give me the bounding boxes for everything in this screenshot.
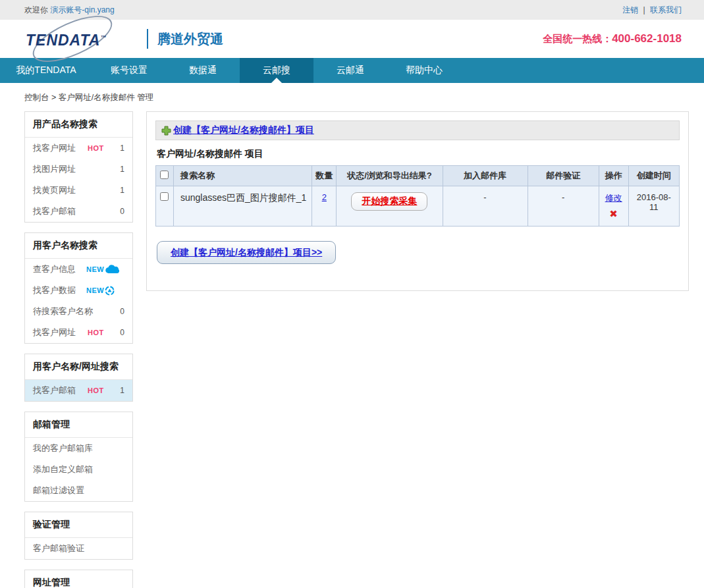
sidebar-item-find-customer-urls[interactable]: 找客户网址 HOT 1 (25, 138, 132, 159)
item-label: 添加自定义邮箱 (33, 464, 93, 475)
create-project-button[interactable]: 创建【客户网址/名称搜邮件】项目>> (157, 241, 336, 264)
edit-link[interactable]: 修改 (605, 193, 622, 203)
hot-badge: HOT (88, 329, 104, 336)
item-count: 1 (120, 165, 124, 174)
sidebar-item-email-filter-settings[interactable]: 邮箱过滤设置 (25, 480, 132, 501)
sidebar-item-pending-customer-names[interactable]: 待搜索客户名称 0 (25, 301, 132, 322)
item-label: 客户邮箱验证 (33, 543, 84, 554)
header-status: 状态/浏览和导出结果? (337, 166, 443, 186)
session-links: 注销 | 联系我们 (622, 5, 682, 16)
account-link[interactable]: 演示账号-qin.yang (50, 5, 114, 14)
delete-icon[interactable]: ✖ (603, 208, 624, 220)
header-operations: 操作 (599, 166, 628, 186)
main-nav: 我的TENDATA 账号设置 数据通 云邮搜 云邮通 帮助中心 (0, 58, 704, 83)
hotline-label: 全国统一热线： (543, 33, 612, 44)
section-title: 用产品名称搜索 (25, 112, 132, 138)
welcome-text: 欢迎你 (24, 5, 48, 14)
breadcrumb: 控制台 > 客户网址/名称搜邮件 管理 (24, 92, 704, 103)
new-badge: NEW (86, 286, 115, 296)
row-checkbox[interactable] (160, 192, 169, 201)
product-name: 腾道外贸通 (157, 30, 223, 48)
link-separator: | (643, 5, 645, 14)
header-search-name: 搜索名称 (173, 166, 311, 186)
content-area: 用产品名称搜索 找客户网址 HOT 1 找图片网址 1 找黄页网址 1 找客户邮… (0, 111, 704, 588)
sidebar-item-find-customer-urls-2[interactable]: 找客户网址 HOT 0 (25, 322, 132, 343)
item-count: 1 (120, 386, 124, 395)
sidebar-section-mailbox-management: 邮箱管理 我的客户邮箱库 添加自定义邮箱 邮箱过滤设置 (24, 412, 133, 502)
cell-created-date: 2016-08-11 (628, 186, 680, 227)
item-label: 找客户网址 (33, 142, 76, 154)
item-count: 0 (120, 328, 124, 337)
item-count: 0 (120, 207, 124, 216)
sidebar-item-find-customer-emails-active[interactable]: 找客户邮箱 HOT 1 (25, 380, 132, 401)
section-title: 用客户名称/网址搜索 (25, 354, 132, 380)
sidebar-item-add-custom-email[interactable]: 添加自定义邮箱 (25, 459, 132, 480)
sidebar-item-find-customer-data[interactable]: 找客户数据 NEW (25, 280, 132, 301)
sidebar-section-name-url-search: 用客户名称/网址搜索 找客户邮箱 HOT 1 (24, 354, 133, 402)
projects-table: 搜索名称 数量 状态/浏览和导出结果? 加入邮件库 邮件验证 操作 创建时间 s… (155, 165, 680, 227)
quantity-link[interactable]: 2 (322, 192, 327, 202)
hotline: 全国统一热线：400-662-1018 (543, 32, 682, 45)
sidebar-section-url-management: 网址管理 我的网址库 网址过滤设置 (24, 570, 133, 588)
item-label: 找客户数据 (33, 284, 76, 296)
salesforce-cloud-icon (105, 265, 119, 274)
sidebar-item-my-customer-email-lib[interactable]: 我的客户邮箱库 (25, 438, 132, 459)
create-project-link[interactable]: 创建【客户网址/名称搜邮件】项目 (161, 124, 314, 136)
cell-join-mail-lib: - (443, 186, 528, 227)
sidebar-item-check-customer-info[interactable]: 查客户信息 NEW (25, 259, 132, 280)
item-label: 找客户网址 (33, 327, 76, 338)
hot-badge: HOT (88, 387, 104, 394)
brand: TENDATA™ 腾道外贸通 (24, 24, 223, 54)
circle-triangle-icon (105, 286, 115, 296)
header: TENDATA™ 腾道外贸通 全国统一热线：400-662-1018 (0, 20, 704, 58)
create-project-bar: 创建【客户网址/名称搜邮件】项目 (155, 120, 680, 140)
hotline-number: 400-662-1018 (612, 32, 682, 45)
cell-mail-verify: - (528, 186, 599, 227)
item-label: 找黄页网址 (33, 184, 76, 196)
tab-cloud-mail-search[interactable]: 云邮搜 (240, 58, 313, 83)
section-title: 邮箱管理 (25, 412, 132, 438)
header-join-mail-lib: 加入邮件库 (443, 166, 528, 186)
hot-badge: HOT (88, 144, 104, 152)
header-created-date: 创建时间 (628, 166, 680, 186)
item-label: 找客户邮箱 (33, 205, 76, 217)
item-label: 邮箱过滤设置 (33, 485, 84, 496)
tendata-logo: TENDATA™ (24, 24, 130, 54)
tab-account-settings[interactable]: 账号设置 (92, 58, 166, 83)
row-checkbox-cell (156, 186, 174, 227)
cell-operations: 修改 ✖ (599, 186, 628, 227)
header-quantity: 数量 (312, 166, 337, 186)
tab-data-pass[interactable]: 数据通 (166, 58, 240, 83)
start-search-collect-button[interactable]: 开始搜索采集 (351, 192, 427, 211)
section-title: 网址管理 (25, 570, 132, 588)
contact-link[interactable]: 联系我们 (650, 5, 682, 14)
sidebar-section-customer-name-search: 用客户名称搜索 查客户信息 NEW 找客户数据 NEW (24, 232, 133, 344)
select-all-checkbox[interactable] (160, 171, 169, 179)
header-checkbox-cell (156, 166, 174, 186)
tab-my-tendata[interactable]: 我的TENDATA (0, 58, 92, 83)
cell-search-name: sunglasses巴西_图片搜邮件_1 (173, 186, 311, 227)
item-count: 1 (120, 144, 124, 153)
new-badge: NEW (86, 265, 119, 274)
section-title: 用客户名称搜索 (25, 233, 132, 259)
tab-cloud-mail[interactable]: 云邮通 (313, 58, 387, 83)
sidebar-item-find-yellowpage-urls[interactable]: 找黄页网址 1 (25, 180, 132, 201)
logout-link[interactable]: 注销 (622, 5, 638, 14)
sidebar-item-find-image-urls[interactable]: 找图片网址 1 (25, 159, 132, 180)
item-count: 0 (120, 307, 124, 316)
item-count: 1 (120, 186, 124, 195)
section-title: 验证管理 (25, 512, 132, 538)
header-mail-verify: 邮件验证 (528, 166, 599, 186)
tab-help-center[interactable]: 帮助中心 (387, 58, 461, 83)
sidebar-section-product-name-search: 用产品名称搜索 找客户网址 HOT 1 找图片网址 1 找黄页网址 1 找客户邮… (24, 111, 133, 223)
item-label: 待搜索客户名称 (33, 306, 93, 317)
item-label: 我的客户邮箱库 (33, 442, 93, 454)
sidebar-item-customer-email-verify[interactable]: 客户邮箱验证 (25, 538, 132, 559)
sidebar-item-find-customer-emails[interactable]: 找客户邮箱 0 (25, 201, 132, 222)
cell-status: 开始搜索采集 (337, 186, 443, 227)
plus-icon (161, 126, 171, 136)
logo-text: TENDATA (26, 32, 100, 49)
sidebar-section-verification-management: 验证管理 客户邮箱验证 (24, 512, 133, 560)
table-header-row: 搜索名称 数量 状态/浏览和导出结果? 加入邮件库 邮件验证 操作 创建时间 (156, 166, 680, 186)
welcome-area: 欢迎你 演示账号-qin.yang (24, 5, 115, 16)
